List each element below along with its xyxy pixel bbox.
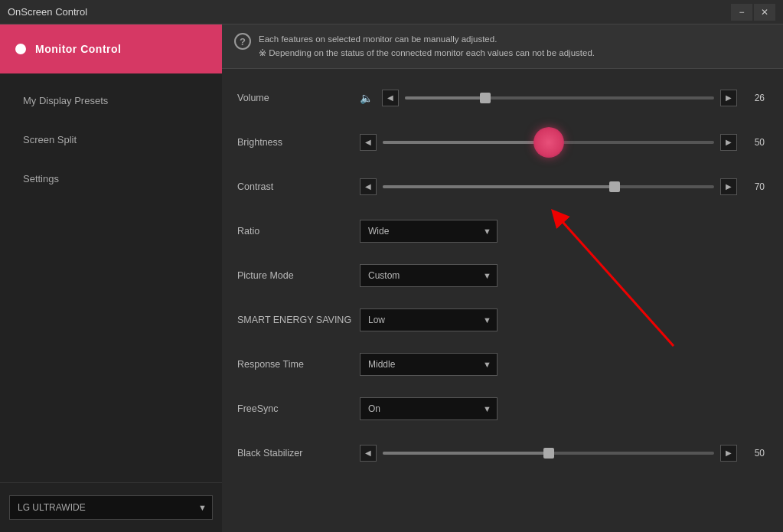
contrast-increase-button[interactable]: ▶ [720, 178, 737, 195]
sidebar-item-settings[interactable]: Settings [0, 159, 222, 198]
brightness-track[interactable] [383, 141, 714, 144]
volume-thumb[interactable] [480, 93, 491, 103]
black-stabilizer-fill [383, 452, 549, 455]
picture-mode-select[interactable]: Custom Reader Cinema Game 1 Game 2 [360, 264, 498, 287]
black-stabilizer-track[interactable] [383, 452, 714, 455]
volume-body: 🔈 ◀ ▶ 26 [360, 90, 765, 106]
app-body: Monitor Control My Display Presets Scree… [0, 24, 783, 532]
contrast-label: Contrast [237, 181, 360, 192]
smart-energy-label: SMART ENERGY SAVING [237, 315, 360, 325]
ratio-row: Ratio Wide Original 4:3 ▼ [237, 217, 765, 245]
smart-energy-dropdown-wrapper: Low High Off ▼ [360, 308, 498, 331]
sidebar: Monitor Control My Display Presets Scree… [0, 24, 222, 532]
black-stabilizer-thumb[interactable] [543, 448, 554, 459]
smart-energy-row: SMART ENERGY SAVING Low High Off ▼ [237, 306, 765, 334]
brightness-thumb[interactable] [533, 127, 564, 158]
volume-slider-container: ◀ ▶ 26 [382, 90, 765, 106]
smart-energy-body: Low High Off ▼ [360, 308, 765, 331]
brightness-label: Brightness [237, 137, 360, 148]
info-text: Each features on selected monitor can be… [259, 32, 595, 60]
info-bar: ? Each features on selected monitor can … [222, 24, 783, 69]
freesync-label: FreeSync [237, 403, 360, 414]
monitor-control-label: Monitor Control [35, 43, 121, 55]
brightness-value: 50 [743, 137, 765, 148]
monitor-dot [15, 44, 26, 54]
brightness-increase-button[interactable]: ▶ [720, 134, 737, 151]
ratio-body: Wide Original 4:3 ▼ [360, 220, 765, 243]
ratio-dropdown-wrapper: Wide Original 4:3 ▼ [360, 220, 498, 243]
main-content: ? Each features on selected monitor can … [222, 24, 783, 532]
volume-decrease-button[interactable]: ◀ [382, 90, 399, 106]
contrast-track[interactable] [383, 185, 714, 188]
brightness-fill [383, 141, 549, 144]
main-wrapper: ? Each features on selected monitor can … [222, 24, 783, 532]
sidebar-item-my-display-presets[interactable]: My Display Presets [0, 81, 222, 120]
contrast-decrease-button[interactable]: ◀ [360, 178, 377, 195]
freesync-select[interactable]: On Off [360, 397, 498, 420]
contrast-row: Contrast ◀ ▶ 70 [237, 173, 765, 201]
freesync-dropdown-wrapper: On Off ▼ [360, 397, 498, 420]
picture-mode-label: Picture Mode [237, 270, 360, 281]
sidebar-footer: LG ULTRAWIDE ▼ [0, 482, 222, 532]
black-stabilizer-label: Black Stabilizer [237, 448, 360, 459]
picture-mode-row: Picture Mode Custom Reader Cinema Game 1… [237, 262, 765, 289]
contrast-thumb[interactable] [609, 181, 620, 192]
window-controls: − ✕ [731, 4, 775, 21]
response-time-dropdown-wrapper: Middle Fast Faster ▼ [360, 353, 498, 376]
volume-row: Volume 🔈 ◀ ▶ 26 [237, 84, 765, 112]
monitor-control-tab[interactable]: Monitor Control [0, 24, 222, 73]
volume-icon: 🔈 [360, 92, 373, 104]
contrast-fill [383, 185, 615, 188]
black-stabilizer-increase-button[interactable]: ▶ [720, 445, 737, 462]
black-stabilizer-slider-container: ◀ ▶ 50 [360, 445, 765, 462]
sidebar-nav: My Display Presets Screen Split Settings [0, 73, 222, 482]
monitor-select[interactable]: LG ULTRAWIDE [9, 495, 213, 520]
controls-area: Volume 🔈 ◀ ▶ 26 [222, 69, 783, 532]
close-button[interactable]: ✕ [754, 4, 775, 21]
contrast-value: 70 [743, 181, 765, 192]
ratio-select[interactable]: Wide Original 4:3 [360, 220, 498, 243]
smart-energy-select[interactable]: Low High Off [360, 308, 498, 331]
response-time-select[interactable]: Middle Fast Faster [360, 353, 498, 376]
black-stabilizer-body: ◀ ▶ 50 [360, 445, 765, 462]
response-time-row: Response Time Middle Fast Faster ▼ [237, 351, 765, 378]
volume-track[interactable] [405, 96, 714, 100]
brightness-decrease-button[interactable]: ◀ [360, 134, 377, 151]
title-bar: OnScreen Control − ✕ [0, 0, 783, 24]
info-icon: ? [234, 33, 251, 50]
brightness-body: ◀ ▶ 50 [360, 134, 765, 151]
freesync-body: On Off ▼ [360, 397, 765, 420]
brightness-row: Brightness ◀ ▶ 50 [237, 129, 765, 156]
volume-fill [405, 96, 485, 100]
picture-mode-dropdown-wrapper: Custom Reader Cinema Game 1 Game 2 ▼ [360, 264, 498, 287]
volume-label: Volume [237, 93, 360, 103]
contrast-slider-container: ◀ ▶ 70 [360, 178, 765, 195]
black-stabilizer-row: Black Stabilizer ◀ ▶ 50 [237, 439, 765, 467]
monitor-select-wrapper: LG ULTRAWIDE ▼ [9, 495, 213, 520]
ratio-label: Ratio [237, 226, 360, 237]
contrast-body: ◀ ▶ 70 [360, 178, 765, 195]
app-title: OnScreen Control [8, 6, 87, 18]
black-stabilizer-value: 50 [743, 448, 765, 459]
picture-mode-body: Custom Reader Cinema Game 1 Game 2 ▼ [360, 264, 765, 287]
sidebar-item-screen-split[interactable]: Screen Split [0, 120, 222, 159]
response-time-body: Middle Fast Faster ▼ [360, 353, 765, 376]
black-stabilizer-decrease-button[interactable]: ◀ [360, 445, 377, 462]
volume-increase-button[interactable]: ▶ [720, 90, 737, 106]
brightness-slider-container: ◀ ▶ 50 [360, 134, 765, 151]
minimize-button[interactable]: − [731, 4, 752, 21]
freesync-row: FreeSync On Off ▼ [237, 395, 765, 423]
volume-value: 26 [743, 93, 765, 103]
response-time-label: Response Time [237, 359, 360, 370]
